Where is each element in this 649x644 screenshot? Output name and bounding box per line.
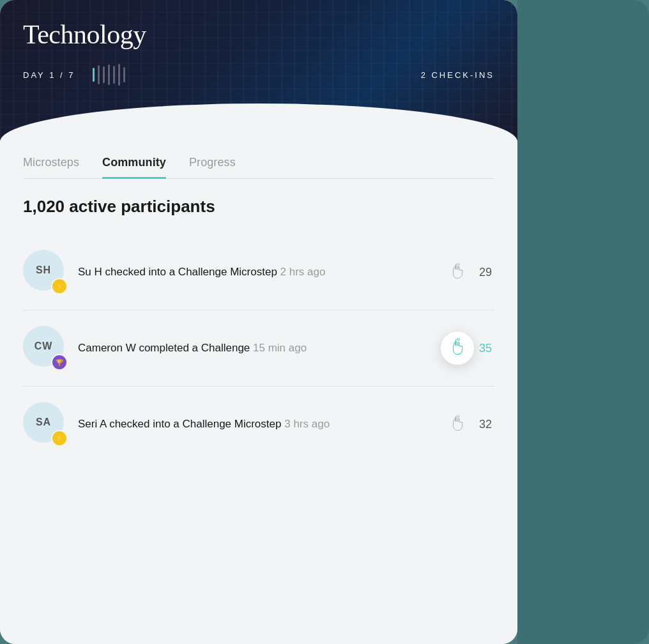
clap-button-sh[interactable]	[441, 256, 474, 289]
progress-bar-5	[113, 66, 115, 84]
clap-area-sh: 29	[441, 256, 494, 289]
tab-microsteps[interactable]: Microsteps	[23, 156, 79, 179]
badge-lightning-sh: ⚡	[51, 278, 68, 295]
hero-day-label: DAY 1 / 7	[23, 70, 75, 80]
progress-bar-6	[118, 64, 120, 86]
activity-time-cw: 15 min ago	[253, 342, 307, 354]
activity-time-sh: 2 hrs ago	[280, 266, 326, 278]
main-card: Technology DAY 1 / 7 2 CHECK-INS	[0, 0, 517, 644]
tab-community[interactable]: Community	[102, 156, 166, 179]
clap-count-sh: 29	[479, 266, 494, 279]
avatar-wrapper-cw: CW 🏆	[23, 326, 68, 371]
activity-time-sa: 3 hrs ago	[284, 418, 330, 430]
progress-bars	[93, 64, 125, 86]
progress-bar-2	[98, 65, 100, 84]
participants-count: 1,020 active participants	[23, 197, 494, 217]
progress-bar-4	[108, 65, 110, 85]
activity-item-sh: SH ⚡ Su H checked into a Challenge Micro…	[23, 234, 494, 310]
sidebar-panel	[517, 0, 649, 644]
activity-text-sh: Su H checked into a Challenge Microstep …	[78, 264, 431, 280]
badge-trophy-cw: 🏆	[51, 354, 68, 371]
activity-text-sa: Seri A checked into a Challenge Microste…	[78, 416, 431, 433]
clap-count-sa: 32	[479, 418, 494, 431]
activity-text-cw: Cameron W completed a Challenge 15 min a…	[78, 340, 431, 356]
main-content: Microsteps Community Progress 1,020 acti…	[0, 141, 517, 644]
clap-area-cw: 35	[441, 332, 494, 365]
badge-lightning-sa: ⚡	[51, 430, 68, 447]
avatar-wrapper-sa: SA ⚡	[23, 402, 68, 447]
progress-bar-7	[123, 67, 125, 82]
clap-area-sa: 32	[441, 408, 494, 441]
clap-button-sa[interactable]	[441, 408, 474, 441]
hero-section: Technology DAY 1 / 7 2 CHECK-INS	[0, 0, 517, 141]
hero-content: Technology DAY 1 / 7 2 CHECK-INS	[0, 0, 517, 86]
activity-item-sa: SA ⚡ Seri A checked into a Challenge Mic…	[23, 387, 494, 462]
activity-list: SH ⚡ Su H checked into a Challenge Micro…	[23, 234, 494, 462]
clap-count-cw: 35	[479, 342, 494, 355]
hero-meta: DAY 1 / 7 2 CHECK-INS	[23, 64, 494, 86]
progress-bar-1	[93, 68, 95, 82]
clap-button-cw[interactable]	[441, 332, 474, 365]
tab-progress[interactable]: Progress	[189, 156, 236, 179]
progress-bar-3	[103, 66, 105, 83]
hero-title: Technology	[23, 19, 494, 50]
tabs-bar: Microsteps Community Progress	[23, 141, 494, 179]
activity-item-cw: CW 🏆 Cameron W completed a Challenge 15 …	[23, 310, 494, 387]
hero-checkins-label: 2 CHECK-INS	[421, 70, 494, 80]
avatar-wrapper-sh: SH ⚡	[23, 250, 68, 295]
